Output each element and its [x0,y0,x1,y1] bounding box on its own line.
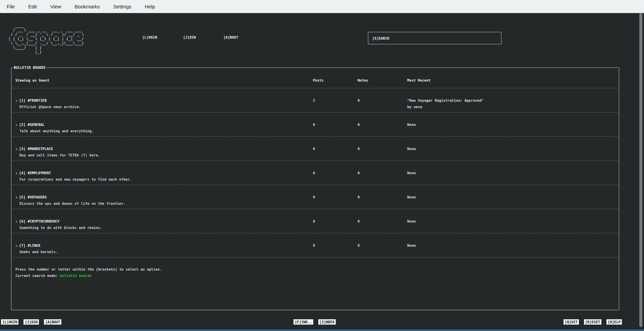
ascii-logo: ____ / __ \ ___ _ __ __ _ ___ ___ / / _`… [8,23,84,54]
about-link[interactable]: [A]BOUT [223,35,238,39]
posts-cell: 0 [313,122,358,134]
menu-item[interactable]: File [0,4,21,9]
join-link[interactable]: [J]OIN [183,35,196,39]
search-mode-label: Current search mode: [15,274,60,278]
separator [12,112,618,112]
board-description: Discuss the ups and downs of life on the… [19,200,313,207]
board-title[interactable]: ◆[4] #EMPLOYMENT [15,170,313,176]
board-title[interactable]: ◆[1] #FRONTIER [15,97,313,104]
status-chip[interactable]: [I]NDEX [318,319,336,325]
notes-cell: 0 [358,242,407,255]
board-title[interactable]: ◆[5] #VOYAGERS [15,194,313,200]
board-title-text: [1] #FRONTIER [19,98,47,102]
notes-cell: 0 [358,170,407,183]
column-header-posts: Posts [313,77,358,84]
statusbar-center: [F]IND..[I]NDEX [293,318,336,325]
board-title-text: [2] #GENERAL [19,123,45,127]
status-chip[interactable]: [Q]UIT [564,319,579,325]
selection-hint: Press the number or letter within the [b… [15,266,619,273]
status-chip[interactable]: [R]ESET [584,319,601,325]
notes-cell: 0 [358,122,407,134]
diamond-bullet-icon: ◆ [15,171,17,175]
diamond-bullet-icon: ◆ [15,195,17,199]
column-header-recent: Most Recent [407,77,619,84]
board-title-text: [3] #MARKETPLACE [19,147,53,151]
most-recent-cell: None [407,170,619,183]
status-chip[interactable]: [H]ELP [606,319,622,325]
board-title-text: [6] #CRYPTOCURRENCY [19,219,59,223]
diamond-bullet-icon: ◆ [15,123,17,127]
menu-item[interactable]: Bookmarks [68,4,106,9]
board-title[interactable]: ◆[6] #CRYPTOCURRENCY [15,218,313,225]
panel-legend: BULLETIN BOARDS [13,65,47,70]
most-recent-cell: None [407,194,619,207]
statusbar-right: [Q]UIT[R]ESET[H]ELP [564,318,622,325]
notes-cell: 0 [358,146,407,158]
board-description: Official @Space news archive. [19,104,313,110]
board-cell: ◆[1] #FRONTIER Official @Space news arch… [15,97,313,110]
separator [12,160,618,161]
board-cell: ◆[4] #EMPLOYMENT For corporations and ne… [15,170,313,183]
search-mode-value: bulletin boards [60,274,92,278]
login-link[interactable]: [L]OGIN [142,35,157,39]
most-recent-cell: None [407,122,619,134]
board-description: Talk about anything and everything. [19,128,313,134]
search-input[interactable]: [S]EARCH [368,32,501,44]
separator [12,257,618,257]
board-title[interactable]: ◆[3] #MARKETPLACE [15,146,313,152]
posts-cell: 0 [313,194,358,207]
bulletin-board-row[interactable]: ◆[4] #EMPLOYMENT For corporations and ne… [11,170,619,183]
bulletin-board-row[interactable]: ◆[7] #LINUX Geeks and kernels. 0 0 None [11,242,619,255]
status-chip[interactable]: [L]OGIN [1,319,18,325]
separator [12,88,618,88]
posts-cell: 0 [313,170,358,183]
bulletin-board-row[interactable]: ◆[6] #CRYPTOCURRENCY Something to do wit… [11,218,619,231]
most-recent-cell: "New Voyager Registration: Approved" by … [407,97,619,110]
menu-item[interactable]: Settings [106,4,138,9]
board-rows: ◆[1] #FRONTIER Official @Space news arch… [11,97,619,257]
board-description: For corporations and new voyagers to fin… [19,176,313,183]
bulletin-board-row[interactable]: ◆[2] #GENERAL Talk about anything and ev… [11,122,619,134]
board-description: Geeks and kernels. [19,249,313,255]
menubar: FileEditViewBookmarksSettingsHelp [0,0,644,13]
board-title[interactable]: ◆[7] #LINUX [15,242,313,249]
board-title-text: [5] #VOYAGERS [19,195,47,199]
scrollbar-thumb[interactable] [639,13,642,327]
window-bottom-strip [0,329,644,331]
status-chip[interactable]: [J]OIN [23,319,39,325]
bulletin-boards-panel: BULLETIN BOARDS Viewing as Guest Posts N… [11,67,619,310]
separator [12,209,618,209]
table-header: Viewing as Guest Posts Notes Most Recent [11,68,619,84]
status-chip[interactable]: [A]BOUT [44,319,61,325]
search-mode-line: Current search mode: bulletin boards [15,273,619,279]
posts-cell: 0 [313,242,358,255]
posts-cell: 0 [313,146,358,158]
board-cell: ◆[2] #GENERAL Talk about anything and ev… [15,122,313,134]
board-cell: ◆[3] #MARKETPLACE Buy and sell items for… [15,146,313,158]
diamond-bullet-icon: ◆ [15,99,17,102]
bulletin-board-row[interactable]: ◆[1] #FRONTIER Official @Space news arch… [11,97,619,110]
board-cell: ◆[6] #CRYPTOCURRENCY Something to do wit… [15,218,313,231]
bulletin-board-row[interactable]: ◆[5] #VOYAGERS Discuss the ups and downs… [11,194,619,207]
status-chip[interactable]: [F]IND.. [293,319,313,325]
board-description: Something to do with blocks and chains. [19,225,313,231]
board-cell: ◆[5] #VOYAGERS Discuss the ups and downs… [15,194,313,207]
menu-item[interactable]: View [44,4,68,9]
diamond-bullet-icon: ◆ [15,244,17,247]
column-header-notes: Notes [358,77,407,84]
separator [12,185,618,185]
posts-cell: 2 [313,97,358,110]
board-title[interactable]: ◆[2] #GENERAL [15,122,313,128]
notes-cell: 0 [358,194,407,207]
separator [12,233,618,233]
menu-item[interactable]: Edit [21,4,44,9]
most-recent-cell: None [407,218,619,231]
board-title-text: [7] #LINUX [19,243,40,247]
terminal-view: ____ / __ \ ___ _ __ __ _ ___ ___ / / _`… [0,13,644,331]
posts-cell: 0 [313,218,358,231]
most-recent-cell: None [407,242,619,255]
board-title-text: [4] #EMPLOYMENT [19,171,51,175]
menu-item[interactable]: Help [138,4,162,9]
bulletin-board-row[interactable]: ◆[3] #MARKETPLACE Buy and sell items for… [11,146,619,158]
search-label: [S]EARCH [372,36,389,40]
